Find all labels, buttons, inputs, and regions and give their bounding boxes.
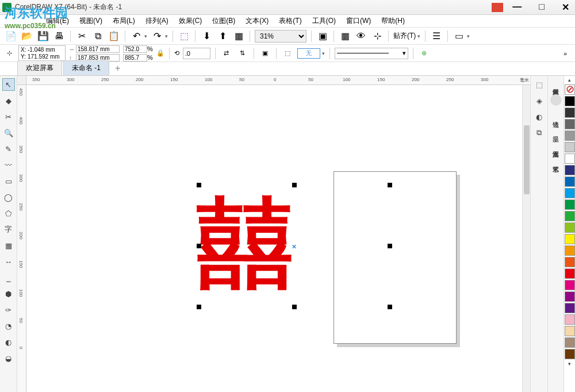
menu-layout[interactable]: 布局(L): [113, 16, 135, 26]
maximize-button[interactable]: □: [535, 2, 548, 13]
wrap-icon[interactable]: ⬚: [281, 47, 294, 60]
swatch[interactable]: [565, 291, 575, 302]
pick-tool[interactable]: ↖: [2, 78, 15, 91]
swatch[interactable]: [565, 257, 575, 267]
tofront-icon[interactable]: ▣: [259, 47, 271, 60]
eyedrop-tool[interactable]: ✑: [2, 303, 15, 316]
undo-icon[interactable]: ↶: [130, 30, 143, 43]
dimension-tool[interactable]: ↔: [2, 255, 15, 268]
smart-fill-tool[interactable]: ◒: [2, 352, 15, 364]
swatch[interactable]: [565, 165, 575, 175]
width-input[interactable]: [76, 45, 120, 53]
mirror-v-icon[interactable]: ⇅: [236, 47, 249, 60]
fullscreen-icon[interactable]: ▣: [316, 30, 329, 43]
panel-lens[interactable]: 透镜: [550, 112, 561, 121]
freehand-tool[interactable]: ✎: [2, 143, 15, 155]
snap-icon[interactable]: ⊹: [371, 30, 384, 43]
menu-view[interactable]: 视图(V): [79, 16, 102, 26]
shape-tool[interactable]: ◆: [2, 94, 15, 107]
crop-tool[interactable]: ✂: [2, 110, 15, 123]
outline-tool[interactable]: ◔: [2, 320, 15, 332]
swatch[interactable]: [565, 176, 575, 187]
menu-effects[interactable]: 效果(C): [179, 16, 202, 26]
close-button[interactable]: ✕: [558, 2, 573, 13]
publish-icon[interactable]: ▦: [232, 30, 245, 43]
swatch[interactable]: [565, 303, 575, 313]
fill-tool[interactable]: ◐: [2, 336, 15, 348]
table-tool[interactable]: ▦: [2, 239, 15, 252]
polygon-tool[interactable]: ⬠: [2, 207, 15, 220]
color-docker-icon[interactable]: ◐: [533, 110, 546, 123]
x-input[interactable]: -1.048 mm: [28, 47, 63, 53]
user-badge-icon[interactable]: [492, 3, 503, 12]
menu-edit[interactable]: 编辑(E): [46, 16, 69, 26]
undo-drop[interactable]: ▾: [144, 33, 147, 39]
scripts-icon[interactable]: ⧉: [533, 126, 546, 139]
rectangle-tool[interactable]: ▭: [2, 175, 15, 187]
zoom-select[interactable]: 31%: [255, 30, 306, 43]
guides-icon[interactable]: 👁: [355, 30, 367, 43]
swatch[interactable]: [565, 211, 575, 221]
fill-swatch[interactable]: 无: [297, 48, 320, 59]
canvas[interactable]: 囍 ✕: [26, 85, 530, 392]
cut-icon[interactable]: ✂: [75, 30, 88, 43]
palette-down-icon[interactable]: ▾: [564, 360, 575, 368]
handle-ml[interactable]: [197, 244, 201, 248]
styles-icon[interactable]: ◈: [533, 94, 546, 107]
menu-help[interactable]: 帮助(H): [381, 16, 405, 26]
grid-icon[interactable]: ▦: [339, 30, 351, 43]
swatch[interactable]: [565, 153, 575, 164]
new-icon[interactable]: 📄: [5, 30, 17, 43]
search-icon[interactable]: ⬚: [178, 30, 190, 43]
panel-text-props[interactable]: 文本属性: [550, 141, 561, 151]
handle-bc[interactable]: [292, 305, 297, 309]
fill-drop[interactable]: ▾: [322, 51, 325, 56]
scrollbar-vertical[interactable]: [522, 85, 530, 392]
lock-icon[interactable]: 🔒: [156, 49, 164, 57]
swatch[interactable]: [565, 222, 575, 233]
swatch[interactable]: [565, 96, 575, 106]
redo-drop[interactable]: ▾: [165, 33, 168, 39]
swatch[interactable]: [565, 326, 575, 336]
text-tool[interactable]: 字: [2, 223, 15, 236]
ruler-vertical[interactable]: 450 400 350 300 250 200 150 100 50 0: [17, 85, 26, 392]
swatch[interactable]: [565, 142, 575, 152]
zoom-tool[interactable]: 🔍: [2, 126, 15, 139]
snap-to-button[interactable]: 贴齐(T): [393, 31, 416, 41]
menu-window[interactable]: 窗口(W): [346, 16, 371, 26]
swatch[interactable]: [565, 337, 575, 348]
outline-width-select[interactable]: ▾: [335, 48, 408, 59]
panel-object-props[interactable]: 对象属性: [550, 79, 561, 89]
export-icon[interactable]: ⬆: [216, 30, 229, 43]
print-icon[interactable]: 🖶: [53, 30, 66, 43]
open-icon[interactable]: 📂: [21, 30, 33, 43]
handle-mr[interactable]: [388, 244, 392, 248]
scrollbar-thumb[interactable]: [524, 125, 530, 194]
swatch[interactable]: [565, 199, 575, 210]
menu-tools[interactable]: 工具(O): [312, 16, 336, 26]
swatch[interactable]: [565, 234, 575, 244]
tab-add-button[interactable]: +: [110, 62, 125, 75]
swatch-none[interactable]: ⊘: [565, 84, 575, 95]
handle-tl[interactable]: [197, 183, 201, 187]
launcher-drop[interactable]: ▾: [467, 33, 470, 39]
rotation-input[interactable]: [183, 48, 210, 59]
connector-tool[interactable]: ⎯: [2, 271, 15, 284]
handle-bl[interactable]: [197, 305, 201, 309]
selection-center-icon[interactable]: ✕: [292, 243, 297, 251]
ruler-origin[interactable]: [17, 76, 26, 85]
swatch[interactable]: [565, 245, 575, 256]
lens-icon[interactable]: [550, 94, 562, 106]
menu-arrange[interactable]: 排列(A): [145, 16, 168, 26]
mirror-h-icon[interactable]: ⇄: [220, 47, 233, 60]
add-icon[interactable]: ⊕: [418, 47, 431, 60]
handle-tr[interactable]: [388, 183, 392, 187]
redo-icon[interactable]: ↷: [151, 30, 163, 43]
panel-artistic[interactable]: 艺术笔: [550, 156, 561, 166]
save-icon[interactable]: 💾: [37, 30, 49, 43]
menu-table[interactable]: 表格(T): [279, 16, 301, 26]
panel-hints[interactable]: 提示: [550, 126, 561, 136]
copy-icon[interactable]: ⧉: [91, 30, 104, 43]
import-icon[interactable]: ⬇: [200, 30, 213, 43]
swatch[interactable]: [565, 188, 575, 198]
